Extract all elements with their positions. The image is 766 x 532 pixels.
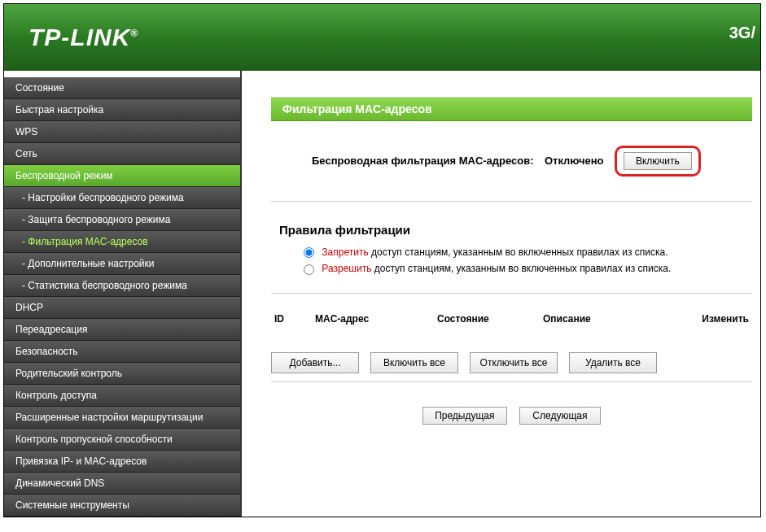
nav-item-10[interactable]: DHCP	[4, 297, 240, 319]
nav-item-5[interactable]: - Настройки беспроводного режима	[4, 187, 240, 209]
prev-button[interactable]: Предыдущая	[422, 407, 506, 425]
sidebar: СостояниеБыстрая настройкаWPSСетьБеспров…	[4, 71, 240, 517]
delete-all-button[interactable]: Удалить все	[569, 352, 657, 373]
nav-item-15[interactable]: Расширенные настройки маршрутизации	[4, 407, 240, 429]
nav-item-3[interactable]: Сеть	[4, 143, 240, 165]
nav-item-19[interactable]: Системные инструменты	[4, 495, 240, 517]
nav-item-7[interactable]: - Фильтрация MAC-адресов	[4, 231, 240, 253]
nav-item-12[interactable]: Безопасность	[4, 341, 240, 363]
nav-item-14[interactable]: Контроль доступа	[4, 385, 240, 407]
mac-table-header-row: ID MAC-адрес Состояние Описание Изменить	[271, 308, 752, 329]
nav-item-18[interactable]: Динамический DNS	[4, 473, 240, 495]
header-banner: TP-LINK® 3G/	[4, 4, 760, 71]
nav-item-16[interactable]: Контроль пропускной способности	[4, 429, 240, 451]
logo-text: TP-LINK	[28, 24, 130, 50]
col-state: Состояние	[434, 308, 540, 329]
next-button[interactable]: Следующая	[519, 407, 601, 425]
nav-item-1[interactable]: Быстрая настройка	[4, 99, 240, 121]
rule-allow-radio[interactable]	[304, 264, 314, 275]
rule-allow-text: доступ станциям, указанным во включенных…	[371, 263, 671, 274]
nav-list: СостояниеБыстрая настройкаWPSСетьБеспров…	[4, 77, 240, 517]
content-area: Фильтрация MAC-адресов Беспроводная филь…	[242, 71, 760, 517]
rules-section: Правила фильтрации Запретить доступ стан…	[271, 202, 752, 293]
col-mac: MAC-адрес	[312, 308, 434, 329]
logo-reg: ®	[130, 28, 138, 39]
pager: Предыдущая Следующая	[271, 407, 752, 425]
header-model: 3G/	[729, 24, 755, 42]
enable-all-button[interactable]: Включить все	[370, 352, 458, 373]
nav-item-13[interactable]: Родительский контроль	[4, 363, 240, 385]
status-value: Отключено	[545, 155, 604, 167]
rule-deny-keyword: Запретить	[322, 246, 368, 258]
rule-deny-text: доступ станциям, указанным во включенных…	[369, 246, 668, 258]
nav-item-0[interactable]: Состояние	[4, 77, 240, 99]
action-buttons: Добавить... Включить все Отключить все У…	[271, 352, 752, 373]
col-id: ID	[271, 308, 312, 329]
enable-highlight: Включить	[615, 146, 701, 177]
rules-heading: Правила фильтрации	[279, 223, 744, 237]
nav-item-11[interactable]: Переадресация	[4, 319, 240, 341]
status-label: Беспроводная фильтрация MAC-адресов:	[312, 155, 534, 167]
separator-2	[271, 293, 752, 294]
disable-all-button[interactable]: Отключить все	[470, 352, 558, 373]
rule-allow-row: Разрешить доступ станциям, указанным во …	[304, 263, 744, 274]
rule-deny-radio[interactable]	[304, 247, 314, 258]
nav-item-4[interactable]: Беспроводной режим	[4, 165, 240, 187]
add-button[interactable]: Добавить...	[271, 352, 359, 373]
brand-logo: TP-LINK®	[28, 24, 138, 51]
nav-item-2[interactable]: WPS	[4, 121, 240, 143]
nav-item-8[interactable]: - Дополнительные настройки	[4, 253, 240, 275]
col-desc: Описание	[540, 308, 646, 329]
col-edit: Изменить	[646, 308, 752, 329]
nav-item-17[interactable]: Привязка IP- и MAC-адресов	[4, 451, 240, 473]
rule-deny-row: Запретить доступ станциям, указанным во …	[304, 246, 744, 258]
rule-deny-label[interactable]: Запретить доступ станциям, указанным во …	[304, 246, 668, 258]
panel-title: Фильтрация MAC-адресов	[271, 97, 752, 121]
mac-table: ID MAC-адрес Состояние Описание Изменить	[271, 308, 752, 329]
nav-item-6[interactable]: - Защита беспроводного режима	[4, 209, 240, 231]
separator-3	[271, 382, 752, 382]
rule-allow-label[interactable]: Разрешить доступ станциям, указанным во …	[304, 263, 671, 274]
nav-item-9[interactable]: - Статистика беспроводного режима	[4, 275, 240, 297]
status-row: Беспроводная фильтрация MAC-адресов: Отк…	[271, 121, 752, 201]
rule-allow-keyword: Разрешить	[322, 263, 371, 274]
enable-button[interactable]: Включить	[624, 152, 692, 170]
